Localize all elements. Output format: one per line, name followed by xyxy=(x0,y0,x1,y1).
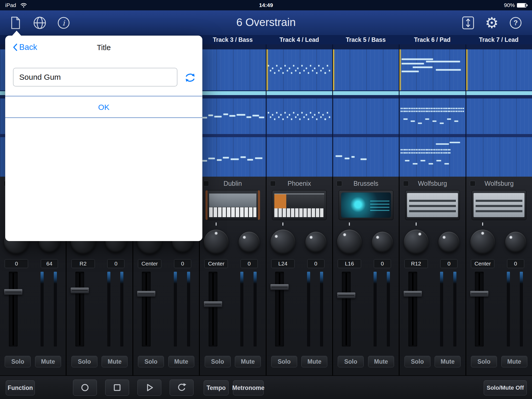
clip-cell[interactable] xyxy=(466,98,532,134)
clip-cell[interactable] xyxy=(200,98,265,134)
volume-fader[interactable] xyxy=(209,272,217,347)
mute-button[interactable]: Mute xyxy=(102,356,128,367)
loop-button[interactable] xyxy=(170,380,194,396)
mute-button[interactable]: Mute xyxy=(168,356,194,367)
settings-gear-icon[interactable]: ⚙ xyxy=(484,10,499,35)
track-header[interactable]: Track 4 / Lead xyxy=(266,35,332,44)
clip-cell[interactable] xyxy=(333,137,399,177)
clip-cell[interactable] xyxy=(333,98,399,134)
mute-button[interactable]: Mute xyxy=(368,356,394,367)
volume-fader[interactable] xyxy=(142,272,151,347)
aux-knob[interactable] xyxy=(505,232,526,252)
aux-knob[interactable] xyxy=(372,232,393,252)
record-button[interactable] xyxy=(73,380,97,396)
gadget-thumbnail[interactable] xyxy=(339,190,393,220)
clip-cell[interactable] xyxy=(267,49,332,90)
mute-button[interactable]: Mute xyxy=(235,356,261,367)
solo-button[interactable]: Solo xyxy=(338,356,364,367)
gadget-thumbnail[interactable] xyxy=(405,190,460,220)
note xyxy=(427,111,429,112)
title-input[interactable] xyxy=(13,68,177,87)
note xyxy=(446,152,447,154)
aux-knob[interactable] xyxy=(305,232,326,252)
note xyxy=(444,163,449,164)
fader-handle[interactable] xyxy=(71,288,89,293)
solo-button[interactable]: Solo xyxy=(471,356,497,367)
note xyxy=(451,111,452,112)
pan-knob[interactable] xyxy=(337,230,362,254)
play-button[interactable] xyxy=(137,380,161,396)
clip-cell[interactable] xyxy=(267,98,332,134)
track-header[interactable]: Track 3 / Bass xyxy=(200,35,266,44)
clip-cell[interactable] xyxy=(466,49,532,90)
volume-fader[interactable] xyxy=(75,272,84,347)
solo-button[interactable]: Solo xyxy=(271,356,297,367)
solo-button[interactable]: Solo xyxy=(5,356,31,367)
knob-center-tick xyxy=(282,222,283,226)
knob-indicator xyxy=(343,233,347,237)
row-divider xyxy=(267,134,332,137)
volume-fader[interactable] xyxy=(342,272,351,347)
track-header[interactable]: Track 5 / Bass xyxy=(332,35,399,44)
clip-cell[interactable] xyxy=(200,137,265,177)
gadget-name[interactable]: Phoenix xyxy=(267,180,332,187)
pan-knob[interactable] xyxy=(204,230,228,254)
volume-fader[interactable] xyxy=(475,272,484,347)
aux-knob[interactable] xyxy=(239,232,260,252)
note xyxy=(329,70,330,71)
pan-knob[interactable] xyxy=(470,230,495,254)
stop-button[interactable] xyxy=(105,380,129,396)
randomize-name-icon[interactable] xyxy=(184,71,196,84)
note xyxy=(429,108,430,109)
fader-handle[interactable] xyxy=(470,291,488,297)
clip-cell[interactable] xyxy=(400,98,465,134)
help-icon[interactable]: ? xyxy=(509,10,523,35)
solo-mute-off-button[interactable]: Solo/Mute Off xyxy=(484,380,527,395)
fader-handle[interactable] xyxy=(204,301,222,307)
pan-knob[interactable] xyxy=(271,230,295,254)
clip-cell[interactable] xyxy=(466,137,532,177)
mute-button[interactable]: Mute xyxy=(435,356,461,367)
gadget-thumbnail[interactable] xyxy=(472,190,526,220)
note xyxy=(306,68,307,69)
fader-handle[interactable] xyxy=(337,292,355,298)
gadget-name[interactable]: Wolfsburg xyxy=(400,180,465,187)
gadget-thumbnail[interactable] xyxy=(272,190,327,220)
clip-cell[interactable] xyxy=(333,49,399,90)
clip-cell[interactable] xyxy=(400,49,465,90)
function-button[interactable]: Function xyxy=(6,380,35,395)
solo-button[interactable]: Solo xyxy=(138,356,164,367)
fader-handle[interactable] xyxy=(404,291,422,297)
tempo-button[interactable]: Tempo xyxy=(204,380,229,395)
clip-cell[interactable] xyxy=(267,137,332,177)
mute-button[interactable]: Mute xyxy=(301,356,327,367)
ok-button[interactable]: OK xyxy=(5,96,202,117)
note xyxy=(427,108,429,109)
gadget-name[interactable]: Dublin xyxy=(200,180,265,187)
pan-knob[interactable] xyxy=(404,230,428,254)
fader-handle[interactable] xyxy=(4,289,22,295)
volume-fader[interactable] xyxy=(9,272,18,347)
gadget-name[interactable]: Brussels xyxy=(333,180,399,187)
clip-cell[interactable] xyxy=(400,137,465,177)
gadget-thumbnail[interactable] xyxy=(205,190,260,220)
note xyxy=(434,149,435,150)
clip-cell[interactable] xyxy=(200,49,265,90)
solo-button[interactable]: Solo xyxy=(71,356,97,367)
mute-button[interactable]: Mute xyxy=(501,356,527,367)
volume-fader[interactable] xyxy=(275,272,284,347)
aux-value: 0 xyxy=(174,259,191,268)
track-header[interactable]: Track 6 / Pad xyxy=(399,35,466,44)
gadget-name[interactable]: Wolfsburg xyxy=(466,180,532,187)
import-export-icon[interactable] xyxy=(461,10,475,35)
aux-knob[interactable] xyxy=(438,232,459,252)
mute-button[interactable]: Mute xyxy=(35,356,61,367)
solo-button[interactable]: Solo xyxy=(404,356,430,367)
fader-handle[interactable] xyxy=(270,284,289,290)
app-screen: iPad 14:49 90% xyxy=(0,0,532,399)
solo-button[interactable]: Solo xyxy=(205,356,231,367)
track-header[interactable]: Track 7 / Lead xyxy=(466,35,532,44)
metronome-button[interactable]: Metronome xyxy=(233,380,264,395)
fader-handle[interactable] xyxy=(137,291,155,297)
volume-fader[interactable] xyxy=(408,272,417,347)
